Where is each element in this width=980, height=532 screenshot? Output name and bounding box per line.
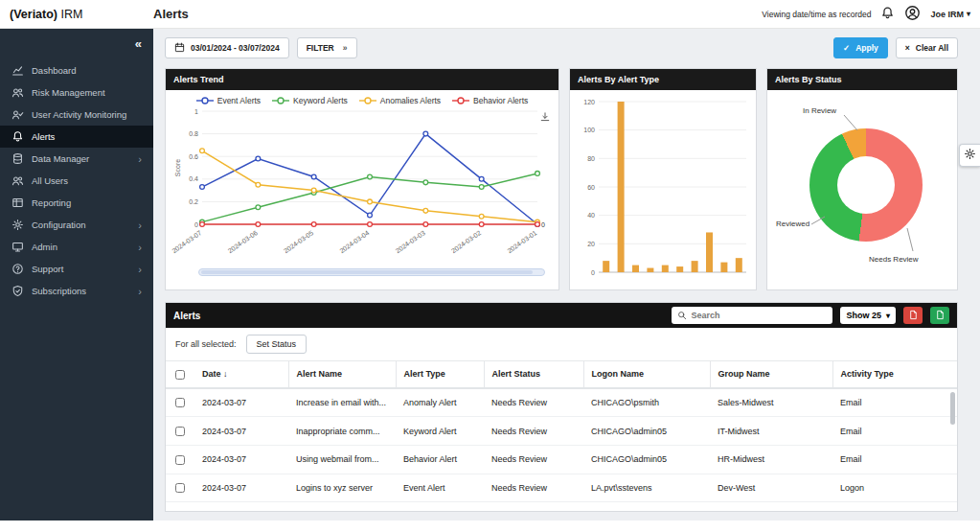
check-icon: ✓ [843,43,850,53]
sidebar-item-label: Admin [32,242,57,252]
sidebar-item-label: Reporting [32,197,71,208]
gear-icon [11,219,24,231]
set-status-button[interactable]: Set Status [246,335,308,354]
settings-gear-button[interactable] [959,144,980,167]
column-header-activity-type[interactable]: Activity Type [832,361,957,388]
apply-button[interactable]: ✓ Apply [833,37,888,58]
clear-all-button[interactable]: × Clear All [896,37,958,58]
legend-marker-icon [272,97,289,104]
row-checkbox[interactable] [175,398,185,407]
table-toolbar: For all selected: Set Status [166,328,957,361]
sidebar-item-label: User Activity Monitoring [32,109,126,120]
row-checkbox[interactable] [175,455,185,465]
sidebar-item-reporting[interactable]: Reporting [0,192,153,214]
svg-text:0.2: 0.2 [189,198,198,205]
sidebar-item-admin[interactable]: Admin› [0,236,153,258]
sidebar-item-user-activity-monitoring[interactable]: User Activity Monitoring [0,104,153,126]
chevron-right-icon: › [138,264,142,275]
user-menu[interactable]: Joe IRM ▾ [930,10,970,19]
table-cell: Needs Review [484,474,583,502]
sidebar-item-label: Support [32,264,63,274]
logo-secondary: IRM [57,8,82,21]
date-range-value: 03/01/2024 - 03/07/2024 [191,43,280,53]
sidebar-item-all-users[interactable]: All Users [0,170,153,192]
help-icon [11,263,24,275]
export-excel-button[interactable] [930,307,949,324]
sidebar-item-configuration[interactable]: Configuration› [0,214,153,236]
table-cell: Dev-West [710,474,832,502]
column-header-logon-name[interactable]: Logon Name [583,361,710,388]
row-checkbox[interactable] [175,483,185,493]
trend-legend: Event AlertsKeyword AlertsAnomalies Aler… [166,90,558,105]
trend-range-thumb[interactable] [201,270,533,274]
table-cell: CHICAGO\admin05 [583,445,710,474]
date-range-button[interactable]: 03/01/2024 - 03/07/2024 [165,37,289,58]
trend-range-scrollbar[interactable] [198,268,545,276]
svg-text:0.4: 0.4 [189,175,198,182]
user-avatar-icon[interactable] [904,5,921,24]
table-row[interactable]: 2024-03-07Increase in email with...Anoma… [166,388,957,417]
sidebar-item-alerts[interactable]: Alerts [0,126,153,148]
table-row-partial[interactable] [166,502,957,512]
table-cell: Using webmail from... [288,445,396,474]
table-cell: Keyword Alert [396,417,484,446]
sidebar-item-label: Dashboard [32,65,76,76]
sidebar-item-data-manager[interactable]: Data Manager› [0,148,153,170]
table-cell: Anomaly Alert [396,388,484,417]
alerts-by-type-chart: 020406080100120 [574,94,752,286]
select-all-checkbox[interactable] [175,370,185,380]
sidebar-item-risk-management[interactable]: Risk Management [0,81,153,104]
donut-hole [837,156,895,214]
column-header-group-name[interactable]: Group Name [710,361,832,388]
table-cell: CHICAGO\psmith [583,388,710,417]
table-cell: Email [832,417,957,446]
notifications-bell-icon[interactable] [880,6,895,23]
page-size-select[interactable]: Show 25 ▾ [840,307,896,324]
table-cell: Behavior Alert [396,445,484,474]
legend-item[interactable]: Event Alerts [196,96,261,105]
row-checkbox[interactable] [175,427,185,436]
table-row[interactable]: 2024-03-07Inappropriate comm...Keyword A… [166,417,957,446]
export-pdf-button[interactable] [903,307,923,324]
alerts-table-header: Alerts Show 25 ▾ [166,303,957,328]
alerts-by-status-panel: Alerts By Status Needs ReviewReviewedIn … [766,68,958,290]
page-title: Alerts [153,7,189,21]
column-header-date[interactable]: Date ↓ [194,361,288,388]
alerts-table-title: Alerts [173,311,200,321]
svg-text:80: 80 [587,155,595,162]
close-icon: × [905,43,910,53]
chevron-right-icon: › [138,286,142,297]
search-input[interactable] [691,311,827,320]
sidebar-item-subscriptions[interactable]: Subscriptions› [0,280,153,302]
search-icon [677,307,687,324]
column-header-alert-type[interactable]: Alert Type [396,361,484,388]
sidebar-menu: DashboardRisk ManagementUser Activity Mo… [0,59,153,302]
table-cell: Event Alert [396,474,484,502]
alerts-by-status-title: Alerts By Status [767,69,957,90]
legend-marker-icon [452,97,469,104]
svg-text:2024-03-01: 2024-03-01 [506,229,537,254]
legend-item[interactable]: Keyword Alerts [272,96,348,105]
sidebar-item-dashboard[interactable]: Dashboard [0,59,153,81]
table-cell: Increase in email with... [288,388,396,417]
filter-bar: 03/01/2024 - 03/07/2024 FILTER » ✓ Apply… [165,37,958,58]
sidebar-item-support[interactable]: Support› [0,258,153,280]
sidebar-collapse-button[interactable]: « [135,36,142,51]
legend-item[interactable]: Anomalies Alerts [359,96,441,105]
monitor-icon [11,241,24,253]
user-monitor-icon [11,108,24,121]
alerts-table: Date ↓Alert NameAlert TypeAlert StatusLo… [166,361,957,512]
table-row[interactable]: 2024-03-07Using webmail from...Behavior … [166,445,957,474]
table-scrollbar[interactable] [950,392,955,425]
download-icon[interactable] [539,109,551,127]
legend-item[interactable]: Behavior Alerts [452,96,528,105]
filter-button[interactable]: FILTER » [297,37,357,58]
table-row[interactable]: 2024-03-07Logins to xyz serverEvent Aler… [166,474,957,502]
sidebar-item-label: All Users [32,175,68,186]
donut-label-in-review: In Review [803,106,836,115]
search-box[interactable] [672,307,832,324]
chevron-right-icon: › [138,153,142,165]
column-header-alert-name[interactable]: Alert Name [288,361,396,388]
table-cell: CHICAGO\admin05 [583,417,710,446]
column-header-alert-status[interactable]: Alert Status [484,361,583,388]
